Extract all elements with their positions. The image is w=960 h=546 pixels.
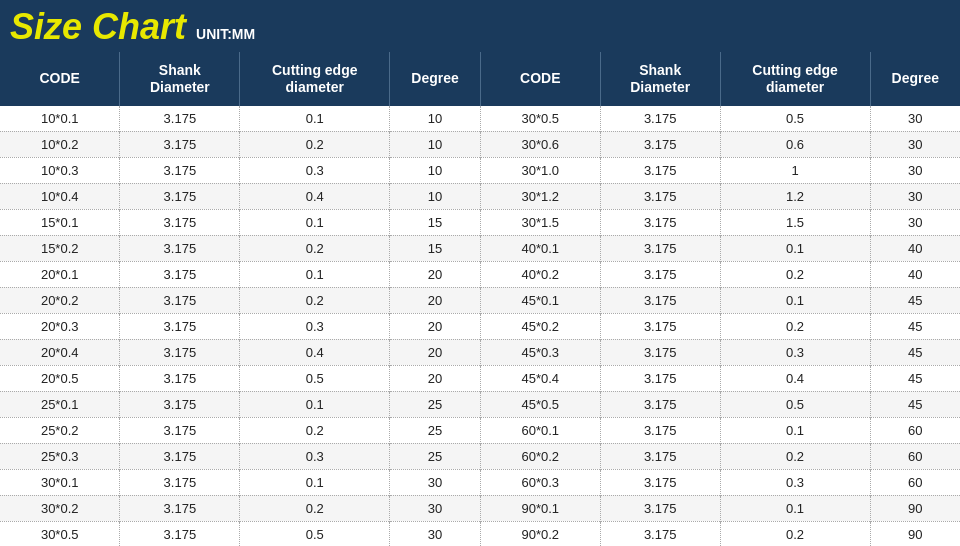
table-cell: 0.1 bbox=[720, 495, 870, 521]
table-cell: 0.3 bbox=[240, 443, 390, 469]
page-wrapper: Size Chart UNIT:MM CODE Shank Diameter C… bbox=[0, 0, 960, 546]
table-cell: 30 bbox=[870, 183, 960, 209]
table-cell: 10*0.2 bbox=[0, 131, 120, 157]
table-cell: 40 bbox=[870, 235, 960, 261]
table-cell: 30 bbox=[390, 495, 481, 521]
table-cell: 45 bbox=[870, 313, 960, 339]
table-cell: 20 bbox=[390, 261, 481, 287]
table-cell: 3.175 bbox=[120, 157, 240, 183]
table-cell: 20 bbox=[390, 313, 481, 339]
table-row: 15*0.23.1750.21540*0.13.1750.140 bbox=[0, 235, 960, 261]
table-cell: 0.2 bbox=[720, 261, 870, 287]
table-cell: 3.175 bbox=[600, 157, 720, 183]
table-row: 30*0.23.1750.23090*0.13.1750.190 bbox=[0, 495, 960, 521]
table-cell: 30*0.5 bbox=[0, 521, 120, 546]
table-cell: 10*0.4 bbox=[0, 183, 120, 209]
table-cell: 1.5 bbox=[720, 209, 870, 235]
table-row: 25*0.13.1750.12545*0.53.1750.545 bbox=[0, 391, 960, 417]
table-cell: 3.175 bbox=[120, 443, 240, 469]
table-cell: 3.175 bbox=[600, 469, 720, 495]
table-cell: 10*0.1 bbox=[0, 106, 120, 132]
table-cell: 30 bbox=[390, 469, 481, 495]
table-cell: 0.1 bbox=[240, 106, 390, 132]
table-row: 15*0.13.1750.11530*1.53.1751.530 bbox=[0, 209, 960, 235]
table-cell: 3.175 bbox=[600, 339, 720, 365]
table-cell: 30*0.1 bbox=[0, 469, 120, 495]
table-cell: 15 bbox=[390, 209, 481, 235]
table-container: CODE Shank Diameter Cutting edge diamete… bbox=[0, 52, 960, 546]
table-cell: 3.175 bbox=[120, 209, 240, 235]
table-cell: 15*0.1 bbox=[0, 209, 120, 235]
table-cell: 0.1 bbox=[240, 391, 390, 417]
table-cell: 45 bbox=[870, 391, 960, 417]
table-cell: 15 bbox=[390, 235, 481, 261]
table-cell: 3.175 bbox=[600, 106, 720, 132]
table-cell: 0.2 bbox=[240, 287, 390, 313]
table-cell: 60*0.2 bbox=[480, 443, 600, 469]
table-cell: 0.6 bbox=[720, 131, 870, 157]
table-cell: 3.175 bbox=[600, 391, 720, 417]
table-cell: 0.5 bbox=[240, 521, 390, 546]
table-cell: 3.175 bbox=[120, 365, 240, 391]
table-cell: 3.175 bbox=[600, 183, 720, 209]
table-row: 25*0.23.1750.22560*0.13.1750.160 bbox=[0, 417, 960, 443]
table-cell: 3.175 bbox=[600, 313, 720, 339]
table-cell: 30 bbox=[870, 131, 960, 157]
table-cell: 3.175 bbox=[120, 521, 240, 546]
table-cell: 20 bbox=[390, 365, 481, 391]
table-cell: 20*0.5 bbox=[0, 365, 120, 391]
table-cell: 30*0.6 bbox=[480, 131, 600, 157]
table-cell: 0.2 bbox=[240, 495, 390, 521]
table-row: 10*0.33.1750.31030*1.03.175130 bbox=[0, 157, 960, 183]
table-row: 10*0.43.1750.41030*1.23.1751.230 bbox=[0, 183, 960, 209]
table-cell: 0.1 bbox=[720, 287, 870, 313]
table-row: 20*0.33.1750.32045*0.23.1750.245 bbox=[0, 313, 960, 339]
table-cell: 3.175 bbox=[120, 495, 240, 521]
header-code-2: CODE bbox=[480, 52, 600, 106]
table-cell: 10 bbox=[390, 183, 481, 209]
table-cell: 3.175 bbox=[120, 391, 240, 417]
table-body: 10*0.13.1750.11030*0.53.1750.53010*0.23.… bbox=[0, 106, 960, 546]
header-code-1: CODE bbox=[0, 52, 120, 106]
title-bar: Size Chart UNIT:MM bbox=[0, 0, 960, 52]
table-cell: 0.1 bbox=[720, 417, 870, 443]
table-cell: 60*0.3 bbox=[480, 469, 600, 495]
table-cell: 0.2 bbox=[720, 443, 870, 469]
table-cell: 0.5 bbox=[720, 106, 870, 132]
page-title: Size Chart bbox=[10, 6, 186, 48]
table-cell: 40*0.2 bbox=[480, 261, 600, 287]
table-cell: 40*0.1 bbox=[480, 235, 600, 261]
table-cell: 30*0.2 bbox=[0, 495, 120, 521]
table-cell: 30*1.5 bbox=[480, 209, 600, 235]
table-row: 20*0.43.1750.42045*0.33.1750.345 bbox=[0, 339, 960, 365]
table-cell: 0.3 bbox=[240, 157, 390, 183]
table-cell: 0.1 bbox=[240, 261, 390, 287]
table-cell: 20 bbox=[390, 339, 481, 365]
size-chart-table: CODE Shank Diameter Cutting edge diamete… bbox=[0, 52, 960, 546]
header-degree-2: Degree bbox=[870, 52, 960, 106]
header-degree-1: Degree bbox=[390, 52, 481, 106]
table-cell: 25 bbox=[390, 417, 481, 443]
table-cell: 60*0.1 bbox=[480, 417, 600, 443]
table-cell: 45*0.4 bbox=[480, 365, 600, 391]
header-shank-2: Shank Diameter bbox=[600, 52, 720, 106]
table-cell: 3.175 bbox=[600, 443, 720, 469]
table-cell: 45*0.2 bbox=[480, 313, 600, 339]
table-cell: 20*0.3 bbox=[0, 313, 120, 339]
table-cell: 3.175 bbox=[600, 209, 720, 235]
table-cell: 3.175 bbox=[120, 235, 240, 261]
table-cell: 3.175 bbox=[120, 287, 240, 313]
table-cell: 45*0.1 bbox=[480, 287, 600, 313]
table-cell: 3.175 bbox=[600, 235, 720, 261]
table-cell: 0.3 bbox=[720, 469, 870, 495]
table-cell: 3.175 bbox=[600, 261, 720, 287]
table-cell: 3.175 bbox=[600, 287, 720, 313]
table-row: 20*0.53.1750.52045*0.43.1750.445 bbox=[0, 365, 960, 391]
table-cell: 0.1 bbox=[240, 469, 390, 495]
table-cell: 10 bbox=[390, 157, 481, 183]
table-cell: 10 bbox=[390, 106, 481, 132]
table-cell: 3.175 bbox=[600, 131, 720, 157]
table-cell: 0.2 bbox=[720, 313, 870, 339]
table-cell: 45 bbox=[870, 339, 960, 365]
table-cell: 30 bbox=[390, 521, 481, 546]
